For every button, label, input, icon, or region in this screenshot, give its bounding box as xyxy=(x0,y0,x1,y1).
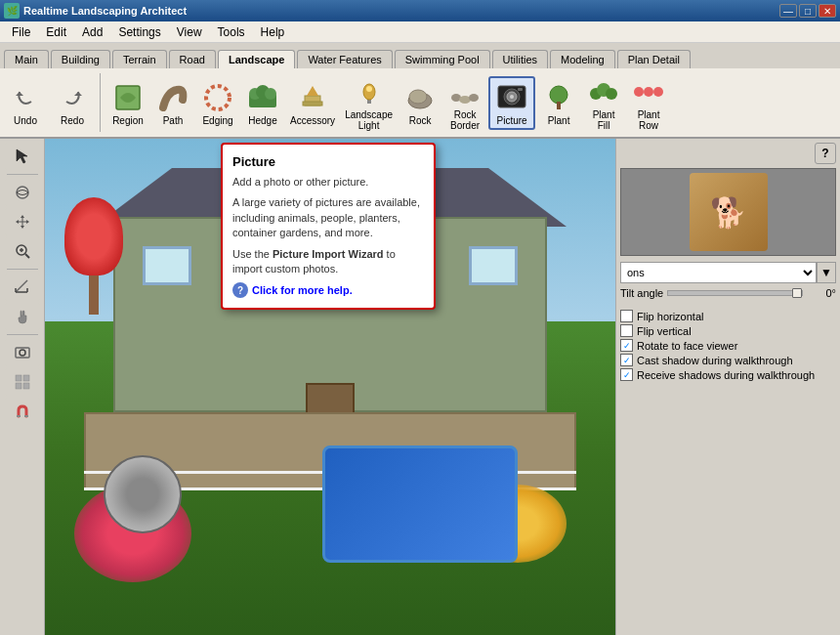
tab-main[interactable]: Main xyxy=(4,50,49,68)
receive-shadow-label: Receive shadows during walkthrough xyxy=(637,369,815,381)
redo-button[interactable]: Redo xyxy=(51,78,94,128)
flip-v-label: Flip vertical xyxy=(637,325,692,337)
popup-desc2: A large variety of pictures are availabl… xyxy=(232,195,424,240)
panel-dropdown-row: ons ▼ xyxy=(620,262,836,283)
landscape-light-button[interactable]: LandscapeLight xyxy=(341,72,397,133)
tab-modeling[interactable]: Modeling xyxy=(550,50,615,68)
menu-tools[interactable]: Tools xyxy=(210,23,253,41)
tab-swimming-pool[interactable]: Swimming Pool xyxy=(395,50,490,68)
path-button[interactable]: Path xyxy=(151,78,194,128)
flip-h-row: Flip horizontal xyxy=(620,310,836,322)
hedge-button[interactable]: Hedge xyxy=(241,78,284,128)
svg-rect-42 xyxy=(23,375,29,381)
hand-tool[interactable] xyxy=(5,303,40,330)
tool-separator-2 xyxy=(7,269,38,270)
svg-rect-44 xyxy=(23,383,29,389)
receive-shadow-checkbox[interactable]: ✓ xyxy=(620,368,633,381)
region-button[interactable]: Region xyxy=(106,78,149,128)
plant-fill-label: PlantFill xyxy=(593,109,615,131)
tab-road[interactable]: Road xyxy=(169,50,216,68)
tab-building[interactable]: Building xyxy=(51,50,110,68)
popup-desc1: Add a photo or other picture. xyxy=(232,175,424,190)
svg-point-31 xyxy=(17,187,28,198)
tab-terrain[interactable]: Terrain xyxy=(112,50,167,68)
magnet-tool[interactable] xyxy=(5,398,40,425)
menu-edit[interactable]: Edit xyxy=(38,23,74,41)
flip-v-checkbox[interactable] xyxy=(620,324,633,337)
svg-point-3 xyxy=(206,86,230,109)
canvas-area[interactable]: Picture Add a photo or other picture. A … xyxy=(45,139,615,635)
titlebar-controls[interactable]: — □ ✕ xyxy=(779,4,836,18)
plant-fill-icon xyxy=(586,74,621,109)
svg-rect-41 xyxy=(16,375,21,381)
receive-shadow-row: ✓ Receive shadows during walkthrough xyxy=(620,368,836,381)
plant-fill-button[interactable]: PlantFill xyxy=(582,72,625,133)
edging-icon xyxy=(200,80,235,115)
measure-tool[interactable] xyxy=(5,274,40,301)
cast-shadow-label: Cast shadow during walkthrough xyxy=(637,355,793,366)
popup-title: Picture xyxy=(232,154,424,169)
plant-row-label: PlantRow xyxy=(638,109,660,131)
popup-desc3: Use the Picture Import Wizard to import … xyxy=(232,247,424,277)
rotate-checkbox[interactable]: ✓ xyxy=(620,339,633,352)
accessory-icon xyxy=(295,80,330,115)
panel-dropdown[interactable]: ons xyxy=(620,262,817,283)
right-panel-header: ? xyxy=(620,143,836,164)
svg-point-40 xyxy=(20,350,25,356)
plant-row-button[interactable]: PlantRow xyxy=(627,72,670,133)
edging-button[interactable]: Edging xyxy=(196,78,239,128)
panel-help-button[interactable]: ? xyxy=(815,143,836,164)
svg-point-21 xyxy=(510,95,514,99)
tab-landscape[interactable]: Landscape xyxy=(218,50,295,68)
tab-water-features[interactable]: Water Features xyxy=(297,50,392,68)
help-link[interactable]: ? Click for more help. xyxy=(232,282,424,298)
flip-h-checkbox[interactable] xyxy=(620,310,633,322)
orbit-tool[interactable] xyxy=(5,179,40,206)
menu-settings[interactable]: Settings xyxy=(110,23,168,41)
zoom-tool[interactable] xyxy=(5,237,40,265)
plant-button[interactable]: Plant xyxy=(537,78,580,128)
grid-tool[interactable] xyxy=(5,368,40,396)
dropdown-arrow-button[interactable]: ▼ xyxy=(817,262,836,283)
rotate-label: Rotate to face viewer xyxy=(637,340,737,352)
region-icon xyxy=(110,80,146,115)
hedge-label: Hedge xyxy=(248,115,276,126)
svg-point-12 xyxy=(366,86,372,92)
right-panel: ? 🐕 ons ▼ Tilt angle 0° Flip horizonta xyxy=(615,139,840,635)
rock-border-button[interactable]: RockBorder xyxy=(443,72,486,133)
rotate-row: ✓ Rotate to face viewer xyxy=(620,339,836,352)
flip-h-label: Flip horizontal xyxy=(637,311,703,322)
help-circle-icon: ? xyxy=(232,282,248,298)
menu-file[interactable]: File xyxy=(4,23,38,41)
cast-shadow-checkbox[interactable]: ✓ xyxy=(620,354,633,366)
svg-point-28 xyxy=(634,87,644,97)
select-tool[interactable] xyxy=(5,143,40,170)
rock-button[interactable]: Rock xyxy=(399,78,441,128)
hedge-icon xyxy=(245,80,280,115)
tilt-row: Tilt angle 0° xyxy=(620,287,836,299)
minimize-button[interactable]: — xyxy=(779,4,797,18)
maximize-button[interactable]: □ xyxy=(799,4,817,18)
app-title: Realtime Landscaping Architect xyxy=(23,5,187,17)
svg-marker-1 xyxy=(74,92,82,96)
pan-tool[interactable] xyxy=(5,208,40,235)
titlebar: 🌿 Realtime Landscaping Architect — □ ✕ xyxy=(0,0,840,21)
tab-plan-detail[interactable]: Plan Detail xyxy=(617,50,691,68)
undo-button[interactable]: Undo xyxy=(4,78,47,128)
main-area: Picture Add a photo or other picture. A … xyxy=(0,139,840,635)
tilt-value: 0° xyxy=(807,287,836,299)
accessory-button[interactable]: Accessory xyxy=(286,78,339,128)
menu-help[interactable]: Help xyxy=(253,23,293,41)
picture-icon xyxy=(494,80,529,115)
close-button[interactable]: ✕ xyxy=(819,4,836,18)
view-tool[interactable] xyxy=(5,339,40,366)
tilt-thumb[interactable] xyxy=(792,288,802,298)
menu-add[interactable]: Add xyxy=(74,23,110,41)
landscape-light-icon xyxy=(352,74,387,109)
menu-view[interactable]: View xyxy=(169,23,210,41)
toolbar: Undo Redo Region Path Edging xyxy=(0,68,840,139)
tab-utilities[interactable]: Utilities xyxy=(492,50,548,68)
titlebar-left: 🌿 Realtime Landscaping Architect xyxy=(4,3,187,19)
tilt-slider[interactable] xyxy=(667,290,803,296)
picture-button[interactable]: Picture xyxy=(488,76,535,130)
